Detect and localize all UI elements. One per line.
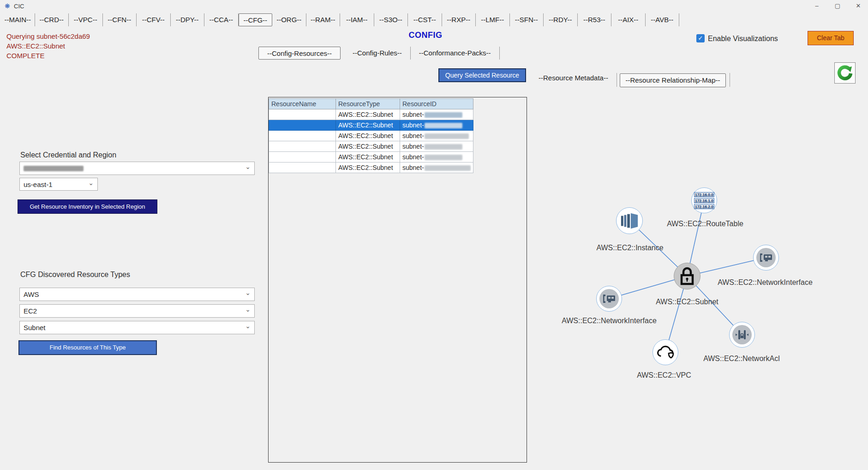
redacted-id bbox=[425, 165, 471, 171]
clear-tab-button[interactable]: Clear Tab bbox=[808, 31, 854, 45]
tab-lmf[interactable]: --LMF-- bbox=[476, 13, 510, 26]
subtab-resource-metadata[interactable]: --Resource Metadata-- bbox=[533, 72, 614, 84]
close-icon[interactable]: ✕ bbox=[851, 1, 865, 11]
tab-ram[interactable]: --RAM-- bbox=[306, 13, 341, 26]
node-route-table[interactable]: 172.16.0.0 172.16.1.0 172.16.2.0 bbox=[691, 187, 717, 213]
col-resource-id[interactable]: ResourceID bbox=[400, 99, 473, 109]
cell-name bbox=[269, 152, 336, 163]
status-message: Querying subnet-56c2da69 AWS::EC2::Subne… bbox=[6, 31, 90, 60]
refresh-button[interactable] bbox=[834, 62, 856, 84]
tab-cst[interactable]: --CST-- bbox=[408, 13, 442, 26]
redacted-id bbox=[425, 112, 462, 118]
cell-name bbox=[269, 131, 336, 141]
find-resources-button[interactable]: Find Resources of This Type bbox=[18, 340, 157, 355]
tab-cca[interactable]: --CCA-- bbox=[204, 13, 239, 26]
cell-id: subnet- bbox=[400, 120, 473, 131]
table-row-selected[interactable]: AWS::EC2::Subnet subnet- bbox=[269, 120, 473, 131]
status-line-2: AWS::EC2::Subnet bbox=[6, 41, 90, 51]
cell-name bbox=[269, 163, 336, 173]
cell-id: subnet- bbox=[400, 131, 473, 141]
tab-vpc[interactable]: --VPC-- bbox=[69, 13, 103, 26]
node-label-network-acl: AWS::EC2::NetworkAcl bbox=[703, 355, 780, 363]
minimize-icon[interactable]: – bbox=[810, 1, 824, 11]
table-row[interactable]: AWS::EC2::Subnet subnet- bbox=[269, 152, 473, 163]
maximize-icon[interactable]: ▢ bbox=[831, 1, 844, 11]
subtab-config-resources[interactable]: --Config-Resources-- bbox=[258, 47, 341, 60]
query-selected-resource-button[interactable]: Query Selected Resource bbox=[438, 68, 526, 82]
enable-visualizations-checkbox[interactable]: ✓ bbox=[696, 34, 705, 42]
node-label-route-table: AWS::EC2::RouteTable bbox=[667, 220, 743, 228]
node-network-acl[interactable] bbox=[729, 322, 755, 348]
node-label-subnet: AWS::EC2::Subnet bbox=[656, 298, 718, 306]
cell-type: AWS::EC2::Subnet bbox=[336, 131, 400, 141]
id-prefix: subnet- bbox=[402, 153, 424, 161]
node-label-network-interface-right: AWS::EC2::NetworkInterface bbox=[718, 278, 813, 287]
tab-r53[interactable]: --R53-- bbox=[578, 13, 612, 26]
network-acl-icon bbox=[736, 329, 748, 341]
table-row[interactable]: AWS::EC2::Subnet subnet- bbox=[269, 109, 473, 120]
tab-avb[interactable]: --AVB-- bbox=[646, 13, 680, 26]
redacted-id bbox=[425, 155, 462, 160]
page-title: CONFIG bbox=[393, 30, 458, 40]
chevron-down-icon: ⌄ bbox=[245, 306, 251, 313]
table-row[interactable]: AWS::EC2::Subnet subnet- bbox=[269, 141, 473, 152]
tab-s3o[interactable]: --S3O-- bbox=[374, 13, 408, 26]
node-label-instance: AWS::EC2::Instance bbox=[596, 244, 663, 252]
redacted-credential-value bbox=[24, 166, 84, 171]
col-resource-name[interactable]: ResourceName bbox=[269, 99, 336, 109]
node-instance[interactable] bbox=[616, 207, 643, 234]
cell-name bbox=[269, 141, 336, 152]
tab-cfg-active[interactable]: --CFG-- bbox=[239, 13, 273, 26]
refresh-icon bbox=[837, 65, 853, 81]
resource-type-select[interactable]: Subnet ⌄ bbox=[19, 321, 255, 334]
title-bar: ❋ CIC – ▢ ✕ bbox=[0, 0, 868, 12]
cell-id: subnet- bbox=[400, 141, 473, 152]
node-label-vpc: AWS::EC2::VPC bbox=[637, 371, 691, 380]
tab-sfn[interactable]: --SFN-- bbox=[510, 13, 544, 26]
tab-rdy[interactable]: --RDY-- bbox=[544, 13, 578, 26]
separator bbox=[617, 73, 617, 87]
table-row[interactable]: AWS::EC2::Subnet subnet- bbox=[269, 131, 473, 141]
node-vpc[interactable] bbox=[652, 339, 678, 365]
cell-name bbox=[269, 109, 336, 120]
col-resource-type[interactable]: ResourceType bbox=[336, 99, 400, 109]
tab-crd[interactable]: --CRD-- bbox=[35, 13, 69, 26]
vpc-cloud-icon bbox=[656, 344, 675, 360]
id-prefix: subnet- bbox=[402, 164, 424, 171]
cell-type: AWS::EC2::Subnet bbox=[336, 120, 400, 131]
tab-cfv[interactable]: --CFV-- bbox=[137, 13, 171, 26]
subtab-config-rules[interactable]: --Config-Rules-- bbox=[344, 47, 411, 60]
get-resource-inventory-button[interactable]: Get Resource Inventory in Selected Regio… bbox=[18, 199, 157, 214]
config-subtabs: --Config-Resources-- --Config-Rules-- --… bbox=[258, 46, 500, 60]
id-prefix: subnet- bbox=[402, 121, 424, 129]
tab-rxp[interactable]: --RXP-- bbox=[442, 13, 476, 26]
table-row[interactable]: AWS::EC2::Subnet subnet- bbox=[269, 163, 473, 173]
resource-table: ResourceName ResourceType ResourceID AWS… bbox=[269, 98, 473, 173]
subtab-resource-relationship-map[interactable]: --Resource Relationship-Map-- bbox=[620, 73, 726, 87]
credential-select[interactable]: ⌄ bbox=[19, 162, 255, 175]
cell-type: AWS::EC2::Subnet bbox=[336, 152, 400, 163]
node-network-interface-right[interactable] bbox=[753, 245, 779, 271]
provider-select[interactable]: AWS ⌄ bbox=[19, 288, 255, 301]
tab-cfn[interactable]: --CFN-- bbox=[103, 13, 137, 26]
tab-main[interactable]: --MAIN-- bbox=[1, 13, 35, 26]
region-value: us-east-1 bbox=[24, 181, 53, 188]
region-select[interactable]: us-east-1 ⌄ bbox=[19, 178, 98, 191]
cell-name bbox=[269, 120, 336, 131]
tab-dpy[interactable]: --DPY-- bbox=[171, 13, 205, 26]
subtab-conformance-packs[interactable]: --Conformance-Packs-- bbox=[411, 47, 500, 60]
node-network-interface-left[interactable] bbox=[596, 286, 622, 312]
gray-core bbox=[756, 248, 776, 267]
ec2-instance-icon bbox=[620, 211, 639, 230]
id-prefix: subnet- bbox=[402, 143, 424, 150]
credential-section-label: Select Credential and Region bbox=[20, 151, 116, 159]
tab-aix[interactable]: --AIX-- bbox=[611, 13, 646, 26]
route-ip-3: 172.16.2.0 bbox=[694, 204, 714, 209]
route-ip-1: 172.16.0.0 bbox=[694, 192, 714, 197]
tab-iam[interactable]: --IAM-- bbox=[340, 13, 374, 26]
tab-org[interactable]: --ORG-- bbox=[272, 13, 306, 26]
lock-icon bbox=[679, 266, 695, 286]
service-select[interactable]: EC2 ⌄ bbox=[19, 304, 255, 318]
app-icon: ❋ bbox=[5, 2, 10, 10]
node-subnet-center[interactable] bbox=[674, 263, 700, 289]
